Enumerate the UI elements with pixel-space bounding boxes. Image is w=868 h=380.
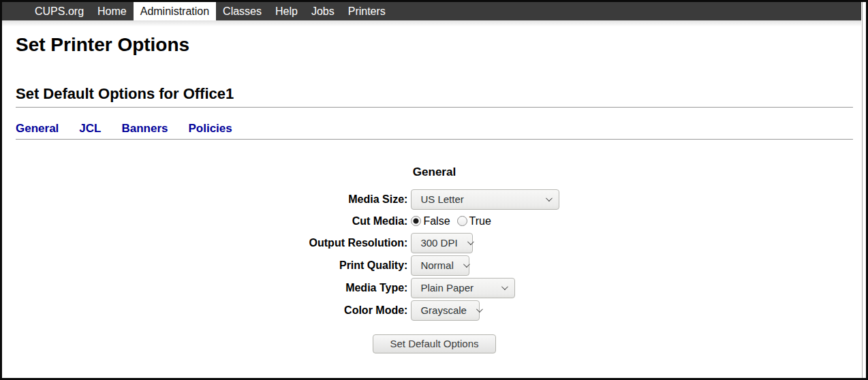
options-form-inner: General Media Size:US LetterCut Media:Fa… xyxy=(306,165,563,353)
color-mode-widget-cell: Grayscale xyxy=(411,300,559,321)
top-navigation: CUPS.orgHomeAdministrationClassesHelpJob… xyxy=(2,2,861,20)
print-quality-selected-value: Normal xyxy=(420,259,453,271)
options-form: General Media Size:US LetterCut Media:Fa… xyxy=(16,165,853,353)
cut-media-option-label: True xyxy=(469,215,491,227)
nav-item-home[interactable]: Home xyxy=(91,2,134,20)
media-type-selected-value: Plain Paper xyxy=(420,282,474,294)
window-right-gutter xyxy=(862,2,866,378)
cut-media-label: Cut Media: xyxy=(309,212,408,231)
section-divider xyxy=(16,107,853,108)
tab-banners[interactable]: Banners xyxy=(121,122,168,135)
media-type-select[interactable]: Plain Paper xyxy=(411,278,515,298)
cut-media-radio-group: FalseTrue xyxy=(411,212,497,231)
nav-item-administration[interactable]: Administration xyxy=(134,2,216,20)
tab-general[interactable]: General xyxy=(16,122,59,135)
chevron-down-icon xyxy=(501,284,508,291)
color-mode-label: Color Mode: xyxy=(309,300,408,321)
nav-item-jobs[interactable]: Jobs xyxy=(305,2,341,20)
print-quality-widget-cell: Normal xyxy=(411,255,559,276)
chevron-down-icon xyxy=(463,262,470,268)
set-default-options-button[interactable]: Set Default Options xyxy=(373,334,495,353)
nav-item-printers[interactable]: Printers xyxy=(341,2,392,20)
form-row-cut-media: Cut Media:FalseTrue xyxy=(309,212,560,231)
chevron-down-icon xyxy=(476,306,483,313)
print-quality-label: Print Quality: xyxy=(309,255,408,276)
media-size-label: Media Size: xyxy=(309,189,408,210)
form-row-print-quality: Print Quality:Normal xyxy=(309,255,560,276)
chevron-down-icon xyxy=(467,239,474,246)
option-group-tabs: GeneralJCLBannersPolicies xyxy=(16,122,853,136)
output-resolution-selected-value: 300 DPI xyxy=(420,237,457,249)
color-mode-selected-value: Grayscale xyxy=(420,304,467,316)
output-resolution-widget-cell: 300 DPI xyxy=(411,233,559,253)
tabs-divider xyxy=(16,139,853,140)
section-title: Set Default Options for Office1 xyxy=(16,86,853,102)
print-quality-select[interactable]: Normal xyxy=(411,255,469,276)
color-mode-select[interactable]: Grayscale xyxy=(411,300,480,321)
nav-item-help[interactable]: Help xyxy=(268,2,305,20)
submit-row: Set Default Options xyxy=(306,334,563,353)
page-content: Set Printer Options Set Default Options … xyxy=(2,35,861,353)
chevron-down-icon xyxy=(546,195,553,202)
cut-media-option-label: False xyxy=(423,215,450,227)
nav-item-cups-org[interactable]: CUPS.org xyxy=(28,2,91,20)
tab-jcl[interactable]: JCL xyxy=(79,122,101,135)
cut-media-widget-cell: FalseTrue xyxy=(411,212,559,231)
cut-media-radio-false[interactable] xyxy=(411,216,421,226)
form-row-media-type: Media Type:Plain Paper xyxy=(309,278,560,298)
media-size-select[interactable]: US Letter xyxy=(411,189,559,210)
form-group-title: General xyxy=(306,165,563,179)
cut-media-radio-true[interactable] xyxy=(457,216,467,226)
media-type-widget-cell: Plain Paper xyxy=(411,278,559,298)
output-resolution-select[interactable]: 300 DPI xyxy=(411,233,473,253)
cut-media-option-true[interactable]: True xyxy=(457,215,491,227)
form-row-media-size: Media Size:US Letter xyxy=(309,189,560,210)
page-title: Set Printer Options xyxy=(16,35,853,56)
form-row-color-mode: Color Mode:Grayscale xyxy=(309,300,560,321)
browser-window: CUPS.orgHomeAdministrationClassesHelpJob… xyxy=(0,0,868,380)
media-type-label: Media Type: xyxy=(309,278,408,298)
nav-shadow xyxy=(2,20,861,27)
cut-media-option-false[interactable]: False xyxy=(411,215,450,227)
form-row-output-resolution: Output Resolution:300 DPI xyxy=(309,233,560,253)
tab-policies[interactable]: Policies xyxy=(188,122,232,135)
media-size-selected-value: US Letter xyxy=(420,193,463,205)
output-resolution-label: Output Resolution: xyxy=(309,233,408,253)
media-size-widget-cell: US Letter xyxy=(411,189,559,210)
options-table: Media Size:US LetterCut Media:FalseTrueO… xyxy=(306,187,563,323)
nav-item-classes[interactable]: Classes xyxy=(216,2,268,20)
